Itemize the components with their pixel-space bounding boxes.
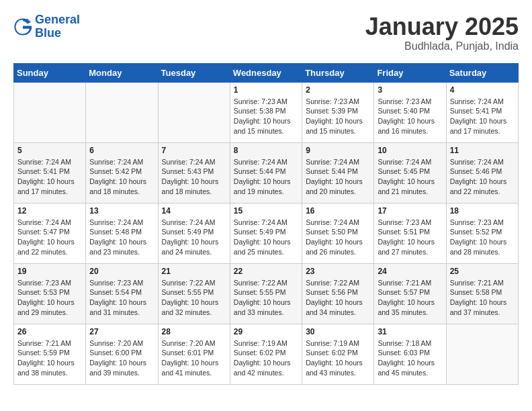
logo-text: General Blue <box>35 13 80 40</box>
table-row: 16Sunrise: 7:24 AMSunset: 5:50 PMDayligh… <box>302 203 374 263</box>
table-row: 21Sunrise: 7:22 AMSunset: 5:55 PMDayligh… <box>158 263 230 324</box>
day-info: Sunrise: 7:24 AMSunset: 5:45 PMDaylight:… <box>378 157 442 197</box>
day-info: Sunrise: 7:23 AMSunset: 5:53 PMDaylight:… <box>17 278 82 318</box>
day-info: Sunrise: 7:24 AMSunset: 5:42 PMDaylight:… <box>89 157 154 197</box>
day-info: Sunrise: 7:24 AMSunset: 5:41 PMDaylight:… <box>450 97 515 136</box>
day-info: Sunrise: 7:24 AMSunset: 5:47 PMDaylight:… <box>17 218 82 257</box>
table-row: 19Sunrise: 7:23 AMSunset: 5:53 PMDayligh… <box>14 263 86 324</box>
calendar-subtitle: Budhlada, Punjab, India <box>365 40 519 52</box>
day-info: Sunrise: 7:24 AMSunset: 5:50 PMDaylight:… <box>306 218 370 257</box>
title-block: January 2025 Budhlada, Punjab, India <box>365 13 519 52</box>
day-number: 13 <box>89 206 154 216</box>
day-number: 18 <box>450 206 515 216</box>
week-row-1: 1Sunrise: 7:23 AMSunset: 5:38 PMDaylight… <box>14 82 519 142</box>
header-saturday: Saturday <box>446 63 518 82</box>
table-row: 20Sunrise: 7:23 AMSunset: 5:54 PMDayligh… <box>86 263 158 324</box>
logo: General Blue <box>13 13 80 40</box>
day-info: Sunrise: 7:23 AMSunset: 5:38 PMDaylight:… <box>234 97 298 136</box>
day-number: 16 <box>306 206 370 216</box>
day-info: Sunrise: 7:20 AMSunset: 6:01 PMDaylight:… <box>162 338 226 378</box>
day-number: 15 <box>234 206 298 216</box>
table-row: 15Sunrise: 7:24 AMSunset: 5:49 PMDayligh… <box>230 203 302 263</box>
header-thursday: Thursday <box>302 63 374 82</box>
table-row: 24Sunrise: 7:21 AMSunset: 5:57 PMDayligh… <box>374 263 446 324</box>
table-row: 29Sunrise: 7:19 AMSunset: 6:02 PMDayligh… <box>230 324 302 384</box>
table-row: 14Sunrise: 7:24 AMSunset: 5:49 PMDayligh… <box>158 203 230 263</box>
day-number: 7 <box>162 146 226 155</box>
day-info: Sunrise: 7:23 AMSunset: 5:51 PMDaylight:… <box>378 218 442 257</box>
table-row: 12Sunrise: 7:24 AMSunset: 5:47 PMDayligh… <box>14 203 86 263</box>
table-row: 11Sunrise: 7:24 AMSunset: 5:46 PMDayligh… <box>446 142 518 203</box>
table-row <box>86 82 158 142</box>
table-row <box>158 82 230 142</box>
week-row-4: 19Sunrise: 7:23 AMSunset: 5:53 PMDayligh… <box>14 263 519 324</box>
day-info: Sunrise: 7:24 AMSunset: 5:41 PMDaylight:… <box>17 157 82 197</box>
table-row: 5Sunrise: 7:24 AMSunset: 5:41 PMDaylight… <box>14 142 86 203</box>
weekday-header-row: Sunday Monday Tuesday Wednesday Thursday… <box>14 63 519 82</box>
table-row: 6Sunrise: 7:24 AMSunset: 5:42 PMDaylight… <box>86 142 158 203</box>
day-info: Sunrise: 7:24 AMSunset: 5:49 PMDaylight:… <box>234 218 298 257</box>
table-row: 18Sunrise: 7:23 AMSunset: 5:52 PMDayligh… <box>446 203 518 263</box>
table-row: 10Sunrise: 7:24 AMSunset: 5:45 PMDayligh… <box>374 142 446 203</box>
table-row: 9Sunrise: 7:24 AMSunset: 5:44 PMDaylight… <box>302 142 374 203</box>
day-info: Sunrise: 7:24 AMSunset: 5:44 PMDaylight:… <box>234 157 298 197</box>
day-number: 1 <box>234 85 298 95</box>
day-info: Sunrise: 7:22 AMSunset: 5:55 PMDaylight:… <box>162 278 226 318</box>
day-info: Sunrise: 7:20 AMSunset: 6:00 PMDaylight:… <box>89 338 154 378</box>
header-sunday: Sunday <box>14 63 86 82</box>
day-number: 14 <box>162 206 226 216</box>
table-row: 7Sunrise: 7:24 AMSunset: 5:43 PMDaylight… <box>158 142 230 203</box>
day-number: 26 <box>17 327 82 336</box>
day-number: 8 <box>234 146 298 155</box>
day-number: 6 <box>89 146 154 155</box>
header-friday: Friday <box>374 63 446 82</box>
day-number: 23 <box>306 267 370 276</box>
header-monday: Monday <box>86 63 158 82</box>
week-row-5: 26Sunrise: 7:21 AMSunset: 5:59 PMDayligh… <box>14 324 519 384</box>
day-info: Sunrise: 7:24 AMSunset: 5:48 PMDaylight:… <box>89 218 154 257</box>
table-row <box>446 324 518 384</box>
header-wednesday: Wednesday <box>230 63 302 82</box>
table-row: 4Sunrise: 7:24 AMSunset: 5:41 PMDaylight… <box>446 82 518 142</box>
day-info: Sunrise: 7:19 AMSunset: 6:02 PMDaylight:… <box>234 338 298 378</box>
day-info: Sunrise: 7:24 AMSunset: 5:43 PMDaylight:… <box>162 157 226 197</box>
day-number: 22 <box>234 267 298 276</box>
day-number: 9 <box>306 146 370 155</box>
table-row: 3Sunrise: 7:23 AMSunset: 5:40 PMDaylight… <box>374 82 446 142</box>
day-number: 24 <box>378 267 442 276</box>
day-info: Sunrise: 7:18 AMSunset: 6:03 PMDaylight:… <box>378 338 442 378</box>
table-row: 30Sunrise: 7:19 AMSunset: 6:02 PMDayligh… <box>302 324 374 384</box>
table-row: 31Sunrise: 7:18 AMSunset: 6:03 PMDayligh… <box>374 324 446 384</box>
day-number: 27 <box>89 327 154 336</box>
calendar-title: January 2025 <box>365 13 519 40</box>
day-info: Sunrise: 7:21 AMSunset: 5:59 PMDaylight:… <box>17 338 82 378</box>
day-number: 19 <box>17 267 82 276</box>
logo-icon <box>13 17 32 36</box>
day-number: 10 <box>378 146 442 155</box>
day-number: 31 <box>378 327 442 336</box>
table-row: 28Sunrise: 7:20 AMSunset: 6:01 PMDayligh… <box>158 324 230 384</box>
table-row: 22Sunrise: 7:22 AMSunset: 5:55 PMDayligh… <box>230 263 302 324</box>
day-info: Sunrise: 7:24 AMSunset: 5:46 PMDaylight:… <box>450 157 515 197</box>
day-number: 28 <box>162 327 226 336</box>
day-number: 12 <box>17 206 82 216</box>
table-row: 1Sunrise: 7:23 AMSunset: 5:38 PMDaylight… <box>230 82 302 142</box>
day-number: 17 <box>378 206 442 216</box>
day-info: Sunrise: 7:24 AMSunset: 5:49 PMDaylight:… <box>162 218 226 257</box>
day-info: Sunrise: 7:23 AMSunset: 5:40 PMDaylight:… <box>378 97 442 136</box>
day-number: 20 <box>89 267 154 276</box>
day-info: Sunrise: 7:23 AMSunset: 5:39 PMDaylight:… <box>306 97 370 136</box>
table-row: 8Sunrise: 7:24 AMSunset: 5:44 PMDaylight… <box>230 142 302 203</box>
page-header: General Blue January 2025 Budhlada, Punj… <box>13 13 519 52</box>
day-number: 11 <box>450 146 515 155</box>
day-info: Sunrise: 7:24 AMSunset: 5:44 PMDaylight:… <box>306 157 370 197</box>
table-row: 2Sunrise: 7:23 AMSunset: 5:39 PMDaylight… <box>302 82 374 142</box>
table-row: 25Sunrise: 7:21 AMSunset: 5:58 PMDayligh… <box>446 263 518 324</box>
table-row: 17Sunrise: 7:23 AMSunset: 5:51 PMDayligh… <box>374 203 446 263</box>
table-row: 23Sunrise: 7:22 AMSunset: 5:56 PMDayligh… <box>302 263 374 324</box>
table-row: 27Sunrise: 7:20 AMSunset: 6:00 PMDayligh… <box>86 324 158 384</box>
day-info: Sunrise: 7:19 AMSunset: 6:02 PMDaylight:… <box>306 338 370 378</box>
table-row: 26Sunrise: 7:21 AMSunset: 5:59 PMDayligh… <box>14 324 86 384</box>
day-number: 3 <box>378 85 442 95</box>
day-info: Sunrise: 7:21 AMSunset: 5:57 PMDaylight:… <box>378 278 442 318</box>
